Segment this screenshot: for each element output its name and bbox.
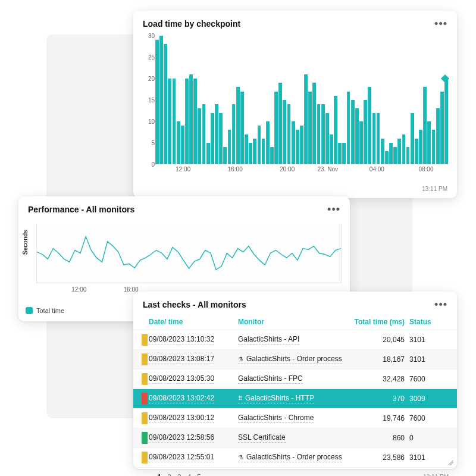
bar[interactable] [202, 104, 206, 164]
bar[interactable] [304, 74, 308, 164]
pager-last-icon[interactable]: » [227, 472, 228, 476]
bar[interactable] [232, 104, 236, 164]
bar[interactable] [308, 92, 312, 164]
bar[interactable] [381, 139, 384, 164]
cell-monitor[interactable]: GalacticShirts - Chrome [238, 414, 314, 423]
col-status[interactable]: Status [407, 318, 449, 326]
bar[interactable] [198, 108, 202, 164]
bar[interactable] [317, 104, 321, 164]
bar[interactable] [428, 121, 431, 164]
pager-next-icon[interactable]: › [219, 472, 221, 476]
bar[interactable] [368, 87, 371, 164]
bar[interactable] [351, 100, 355, 164]
bar[interactable] [240, 92, 244, 164]
cell-monitor[interactable]: GalacticShirts - API [238, 335, 299, 345]
bar[interactable] [253, 139, 256, 164]
bar[interactable] [364, 100, 367, 164]
bar[interactable] [245, 134, 248, 164]
bar[interactable] [215, 104, 218, 164]
bar[interactable] [432, 130, 436, 164]
table-row[interactable]: 09/08/2023 13:08:17⚗GalacticShirts - Ord… [133, 350, 457, 369]
bar[interactable] [278, 83, 282, 164]
bar[interactable] [321, 104, 325, 164]
table-row[interactable]: 09/08/2023 12:55:01⚗GalacticShirts - Ord… [133, 448, 457, 468]
bar[interactable] [355, 108, 359, 164]
pager-prev-icon[interactable]: ‹ [149, 472, 151, 476]
table-row[interactable]: 09/08/2023 13:10:32GalacticShirts - API2… [133, 330, 457, 350]
bar[interactable] [389, 143, 393, 164]
bar[interactable] [159, 36, 163, 164]
bar[interactable] [228, 130, 231, 164]
bar[interactable] [436, 108, 440, 164]
bar[interactable] [173, 79, 176, 164]
page-number[interactable]: 1 [158, 473, 162, 477]
bar[interactable] [292, 121, 295, 164]
bar[interactable] [211, 113, 214, 164]
col-datetime[interactable]: Date/ time [146, 318, 236, 326]
bar[interactable] [193, 79, 197, 164]
bar[interactable] [397, 139, 401, 164]
bar[interactable] [258, 126, 261, 164]
bar[interactable] [325, 113, 329, 164]
bar[interactable] [338, 143, 342, 164]
cell-monitor[interactable]: ⚗GalacticShirts - Order process [238, 453, 342, 462]
bar[interactable] [223, 147, 227, 164]
bar[interactable] [334, 96, 337, 164]
bar[interactable] [423, 87, 427, 164]
page-number[interactable]: 2 [167, 473, 171, 477]
bar[interactable] [219, 113, 223, 164]
bar[interactable] [343, 143, 346, 164]
page-number[interactable]: 3 [177, 473, 181, 477]
more-icon[interactable]: ••• [434, 301, 447, 308]
more-icon[interactable]: ••• [327, 206, 340, 213]
bar[interactable] [270, 147, 274, 164]
bar[interactable] [419, 130, 422, 164]
bar[interactable] [155, 40, 159, 164]
bar[interactable] [347, 92, 350, 164]
bar[interactable] [415, 139, 418, 164]
bar[interactable] [296, 130, 299, 164]
bar[interactable] [440, 92, 444, 164]
resize-handle-icon[interactable] [449, 461, 453, 465]
cell-monitor[interactable]: ⠿GalacticShirts - HTTP [238, 394, 314, 403]
pager-first-icon[interactable]: « [142, 472, 143, 476]
bar[interactable] [164, 44, 167, 164]
bar[interactable] [249, 143, 252, 164]
page-number[interactable]: 4 [187, 473, 192, 477]
bar[interactable] [406, 147, 410, 164]
bar[interactable] [359, 121, 363, 164]
table-row[interactable]: 09/08/2023 12:58:56SSL Certificate8600 [133, 428, 457, 448]
bar[interactable] [185, 79, 189, 164]
col-total-time[interactable]: Total time (ms) [347, 318, 407, 326]
bar[interactable] [236, 87, 240, 164]
table-row[interactable]: 09/08/2023 13:02:42⠿GalacticShirts - HTT… [133, 389, 457, 409]
bar[interactable] [402, 134, 406, 164]
col-monitor[interactable]: Monitor [236, 318, 347, 326]
page-number[interactable]: ... [207, 473, 213, 477]
bar[interactable] [377, 113, 380, 164]
bar[interactable] [274, 92, 278, 164]
page-number[interactable]: 5 [197, 473, 201, 477]
bar[interactable] [393, 147, 397, 164]
bar[interactable] [287, 104, 291, 164]
cell-monitor[interactable]: ⚗GalacticShirts - Order process [238, 355, 342, 364]
bar[interactable] [206, 143, 210, 164]
cell-monitor[interactable]: SSL Certificate [238, 433, 286, 443]
bar[interactable] [181, 126, 184, 164]
bar[interactable] [385, 151, 389, 164]
bar[interactable] [266, 121, 270, 164]
bar[interactable] [189, 74, 193, 164]
bar[interactable] [313, 83, 317, 164]
bar[interactable] [330, 134, 333, 164]
bar[interactable] [283, 100, 287, 164]
table-row[interactable]: 09/08/2023 13:00:12GalacticShirts - Chro… [133, 409, 457, 428]
bar[interactable] [262, 139, 265, 164]
table-row[interactable]: 09/08/2023 13:05:30GalacticShirts - FPC3… [133, 369, 457, 389]
cell-monitor[interactable]: GalacticShirts - FPC [238, 374, 303, 384]
more-icon[interactable]: ••• [434, 20, 447, 27]
bar[interactable] [168, 79, 172, 164]
bar[interactable] [372, 113, 376, 164]
bar[interactable] [444, 79, 448, 164]
bar[interactable] [177, 121, 180, 164]
bar[interactable] [300, 126, 303, 164]
